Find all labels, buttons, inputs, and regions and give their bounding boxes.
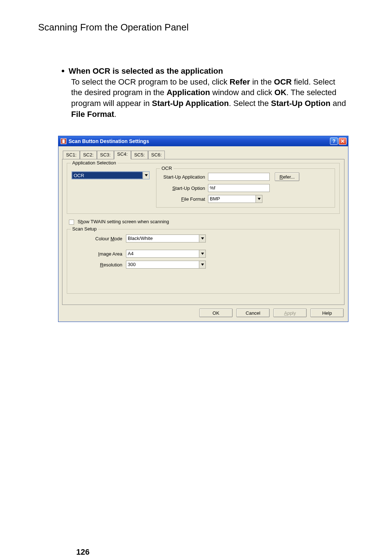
chevron-down-icon: [199, 250, 205, 257]
colour-mode-value: Black/White: [126, 235, 199, 242]
resolution-dropdown[interactable]: 300: [126, 261, 206, 269]
chevron-down-icon: [143, 172, 149, 179]
application-dropdown[interactable]: OCR: [72, 171, 150, 179]
body-text: When OCR is selected as the application …: [62, 66, 348, 119]
file-format-dropdown[interactable]: BMP: [208, 195, 262, 203]
startup-application-field[interactable]: [208, 173, 270, 181]
tab-sc1[interactable]: SC1:: [63, 151, 80, 159]
chevron-down-icon: [256, 195, 262, 203]
ok-button[interactable]: OK: [199, 309, 233, 317]
cancel-button[interactable]: Cancel: [236, 309, 270, 317]
application-dropdown-value: OCR: [72, 172, 143, 179]
scan-setup-group: Scan Setup Colour Mode Black/White Image…: [67, 229, 340, 294]
tab-sc5[interactable]: SC5:: [131, 151, 148, 159]
application-selection-group: Application Selection OCR OCR Start-Up A…: [67, 163, 340, 214]
file-format-value: BMP: [208, 195, 256, 203]
refer-button[interactable]: Refer...: [275, 172, 299, 181]
tab-sc6[interactable]: SC6:: [148, 151, 165, 159]
help-button[interactable]: Help: [310, 309, 344, 317]
twain-checkbox-label: Show TWAIN setting screen when scanning: [78, 219, 169, 224]
ocr-group: OCR Start-Up Application Refer... Start-…: [156, 168, 335, 208]
tab-panel: Application Selection OCR OCR Start-Up A…: [62, 159, 344, 305]
image-area-value: A4: [126, 250, 199, 257]
twain-checkbox[interactable]: [69, 220, 74, 225]
twain-checkbox-row[interactable]: Show TWAIN setting screen when scanning: [69, 219, 340, 225]
description-paragraph: To select the OCR program to be used, cl…: [71, 77, 348, 120]
apply-button[interactable]: Apply: [273, 309, 307, 317]
startup-option-label: Start-Up Option: [161, 185, 208, 191]
scan-setup-legend: Scan Setup: [71, 226, 98, 232]
bullet-icon: [62, 70, 64, 72]
tab-sc2[interactable]: SC2:: [80, 151, 97, 159]
dialog-window: Scan Button Destination Settings ? ✕ SC1…: [58, 136, 348, 322]
titlebar[interactable]: Scan Button Destination Settings ? ✕: [58, 136, 348, 146]
application-selection-legend: Application Selection: [71, 160, 118, 166]
ocr-legend: OCR: [160, 166, 173, 171]
colour-mode-label: Colour Mode: [72, 236, 126, 241]
chevron-down-icon: [199, 261, 205, 268]
dialog-title: Scan Button Destination Settings: [69, 138, 330, 144]
image-area-dropdown[interactable]: A4: [126, 250, 206, 258]
app-icon: [61, 138, 66, 144]
startup-application-label: Start-Up Application: [161, 174, 208, 180]
bullet-heading: When OCR is selected as the application: [69, 66, 223, 76]
page-title: Scanning From the Operation Panel: [38, 22, 354, 33]
resolution-value: 300: [126, 261, 199, 268]
tab-sc3[interactable]: SC3:: [97, 151, 114, 159]
resolution-label: Resolution: [72, 262, 126, 268]
colour-mode-dropdown[interactable]: Black/White: [126, 234, 206, 242]
chevron-down-icon: [199, 235, 205, 242]
startup-option-field[interactable]: %f: [208, 184, 270, 192]
image-area-label: Image Area: [72, 251, 126, 257]
help-icon[interactable]: ?: [330, 138, 338, 145]
tab-strip: SC1: SC2: SC3: SC4: SC5: SC6:: [62, 151, 344, 159]
close-icon[interactable]: ✕: [339, 138, 347, 145]
tab-sc4[interactable]: SC4:: [114, 151, 131, 159]
page-number: 126: [76, 547, 90, 555]
file-format-label: File Format: [161, 196, 208, 202]
